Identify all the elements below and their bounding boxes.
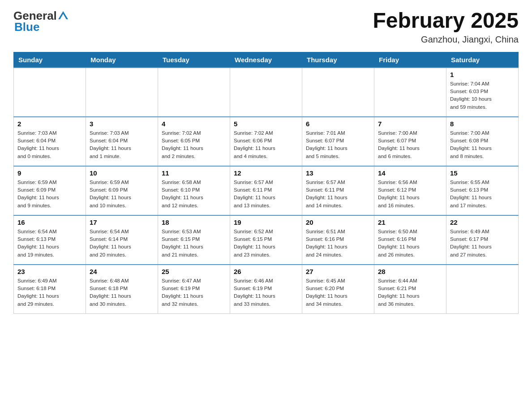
calendar-table: Sunday Monday Tuesday Wednesday Thursday…: [13, 52, 519, 314]
day-number: 26: [234, 268, 298, 275]
col-tuesday: Tuesday: [158, 52, 230, 68]
day-number: 10: [90, 169, 154, 177]
day-info: Sunrise: 7:00 AMSunset: 6:07 PMDaylight:…: [378, 129, 442, 160]
day-number: 17: [90, 218, 154, 226]
table-row: [230, 68, 302, 117]
table-row: 11Sunrise: 6:58 AMSunset: 6:10 PMDayligh…: [158, 166, 230, 215]
table-row: 1Sunrise: 7:04 AMSunset: 6:03 PMDaylight…: [446, 68, 519, 117]
day-info: Sunrise: 6:47 AMSunset: 6:19 PMDaylight:…: [162, 277, 226, 308]
day-number: 27: [306, 268, 370, 275]
title-section: February 2025 Ganzhou, Jiangxi, China: [373, 9, 519, 45]
calendar-subtitle: Ganzhou, Jiangxi, China: [373, 34, 519, 45]
day-info: Sunrise: 6:58 AMSunset: 6:10 PMDaylight:…: [162, 179, 226, 210]
logo: General Blue: [13, 9, 69, 34]
logo-triangle-icon: [57, 9, 69, 21]
day-number: 28: [378, 268, 442, 275]
col-saturday: Saturday: [446, 52, 519, 68]
day-number: 19: [234, 218, 298, 226]
day-info: Sunrise: 6:50 AMSunset: 6:16 PMDaylight:…: [378, 228, 442, 259]
day-info: Sunrise: 6:45 AMSunset: 6:20 PMDaylight:…: [306, 277, 370, 308]
table-row: 19Sunrise: 6:52 AMSunset: 6:15 PMDayligh…: [230, 215, 302, 265]
day-info: Sunrise: 7:01 AMSunset: 6:07 PMDaylight:…: [306, 129, 370, 160]
day-number: 1: [450, 71, 515, 78]
day-number: 6: [306, 120, 370, 128]
day-info: Sunrise: 7:02 AMSunset: 6:06 PMDaylight:…: [234, 129, 298, 160]
table-row: 4Sunrise: 7:02 AMSunset: 6:05 PMDaylight…: [158, 117, 230, 166]
day-info: Sunrise: 7:02 AMSunset: 6:05 PMDaylight:…: [162, 129, 226, 160]
calendar-week-row: 9Sunrise: 6:59 AMSunset: 6:09 PMDaylight…: [14, 166, 519, 215]
table-row: 24Sunrise: 6:48 AMSunset: 6:18 PMDayligh…: [86, 265, 158, 314]
day-number: 9: [17, 169, 82, 177]
calendar-week-row: 1Sunrise: 7:04 AMSunset: 6:03 PMDaylight…: [14, 68, 519, 117]
table-row: 27Sunrise: 6:45 AMSunset: 6:20 PMDayligh…: [302, 265, 374, 314]
table-row: 8Sunrise: 7:00 AMSunset: 6:08 PMDaylight…: [446, 117, 519, 166]
day-number: 2: [17, 120, 82, 128]
day-info: Sunrise: 6:55 AMSunset: 6:13 PMDaylight:…: [450, 179, 515, 210]
day-info: Sunrise: 6:54 AMSunset: 6:14 PMDaylight:…: [90, 228, 154, 259]
col-sunday: Sunday: [14, 52, 86, 68]
day-info: Sunrise: 6:57 AMSunset: 6:11 PMDaylight:…: [306, 179, 370, 210]
day-info: Sunrise: 7:03 AMSunset: 6:04 PMDaylight:…: [17, 129, 82, 160]
day-number: 5: [234, 120, 298, 128]
day-info: Sunrise: 7:04 AMSunset: 6:03 PMDaylight:…: [450, 80, 515, 111]
day-info: Sunrise: 6:51 AMSunset: 6:16 PMDaylight:…: [306, 228, 370, 259]
day-info: Sunrise: 6:52 AMSunset: 6:15 PMDaylight:…: [234, 228, 298, 259]
table-row: 18Sunrise: 6:53 AMSunset: 6:15 PMDayligh…: [158, 215, 230, 265]
day-info: Sunrise: 6:53 AMSunset: 6:15 PMDaylight:…: [162, 228, 226, 259]
day-info: Sunrise: 7:00 AMSunset: 6:08 PMDaylight:…: [450, 129, 515, 160]
table-row: 10Sunrise: 6:59 AMSunset: 6:09 PMDayligh…: [86, 166, 158, 215]
day-info: Sunrise: 6:56 AMSunset: 6:12 PMDaylight:…: [378, 179, 442, 210]
calendar-week-row: 23Sunrise: 6:49 AMSunset: 6:18 PMDayligh…: [14, 265, 519, 314]
table-row: 3Sunrise: 7:03 AMSunset: 6:04 PMDaylight…: [86, 117, 158, 166]
page-header: General Blue February 2025 Ganzhou, Jian…: [13, 9, 519, 45]
table-row: 25Sunrise: 6:47 AMSunset: 6:19 PMDayligh…: [158, 265, 230, 314]
table-row: [86, 68, 158, 117]
table-row: [14, 68, 86, 117]
table-row: 20Sunrise: 6:51 AMSunset: 6:16 PMDayligh…: [302, 215, 374, 265]
table-row: 13Sunrise: 6:57 AMSunset: 6:11 PMDayligh…: [302, 166, 374, 215]
day-number: 22: [450, 218, 515, 226]
logo-blue-text: Blue: [14, 20, 39, 34]
day-number: 11: [162, 169, 226, 177]
calendar-week-row: 2Sunrise: 7:03 AMSunset: 6:04 PMDaylight…: [14, 117, 519, 166]
table-row: 21Sunrise: 6:50 AMSunset: 6:16 PMDayligh…: [374, 215, 446, 265]
col-friday: Friday: [374, 52, 446, 68]
day-number: 12: [234, 169, 298, 177]
calendar-title: February 2025: [373, 9, 519, 33]
table-row: [158, 68, 230, 117]
day-number: 24: [90, 268, 154, 275]
day-info: Sunrise: 6:49 AMSunset: 6:18 PMDaylight:…: [17, 277, 82, 308]
day-number: 16: [17, 218, 82, 226]
table-row: [302, 68, 374, 117]
table-row: [446, 265, 519, 314]
day-info: Sunrise: 6:46 AMSunset: 6:19 PMDaylight:…: [234, 277, 298, 308]
day-info: Sunrise: 6:57 AMSunset: 6:11 PMDaylight:…: [234, 179, 298, 210]
day-number: 18: [162, 218, 226, 226]
col-thursday: Thursday: [302, 52, 374, 68]
table-row: 12Sunrise: 6:57 AMSunset: 6:11 PMDayligh…: [230, 166, 302, 215]
table-row: 7Sunrise: 7:00 AMSunset: 6:07 PMDaylight…: [374, 117, 446, 166]
day-info: Sunrise: 6:54 AMSunset: 6:13 PMDaylight:…: [17, 228, 82, 259]
day-number: 25: [162, 268, 226, 275]
table-row: 23Sunrise: 6:49 AMSunset: 6:18 PMDayligh…: [14, 265, 86, 314]
day-number: 3: [90, 120, 154, 128]
day-info: Sunrise: 6:48 AMSunset: 6:18 PMDaylight:…: [90, 277, 154, 308]
col-wednesday: Wednesday: [230, 52, 302, 68]
table-row: 17Sunrise: 6:54 AMSunset: 6:14 PMDayligh…: [86, 215, 158, 265]
day-number: 14: [378, 169, 442, 177]
table-row: 6Sunrise: 7:01 AMSunset: 6:07 PMDaylight…: [302, 117, 374, 166]
table-row: [374, 68, 446, 117]
table-row: 16Sunrise: 6:54 AMSunset: 6:13 PMDayligh…: [14, 215, 86, 265]
day-number: 8: [450, 120, 515, 128]
day-number: 7: [378, 120, 442, 128]
day-info: Sunrise: 6:44 AMSunset: 6:21 PMDaylight:…: [378, 277, 442, 308]
col-monday: Monday: [86, 52, 158, 68]
day-number: 23: [17, 268, 82, 275]
calendar-week-row: 16Sunrise: 6:54 AMSunset: 6:13 PMDayligh…: [14, 215, 519, 265]
day-number: 21: [378, 218, 442, 226]
day-info: Sunrise: 6:59 AMSunset: 6:09 PMDaylight:…: [90, 179, 154, 210]
day-info: Sunrise: 6:49 AMSunset: 6:17 PMDaylight:…: [450, 228, 515, 259]
table-row: 26Sunrise: 6:46 AMSunset: 6:19 PMDayligh…: [230, 265, 302, 314]
table-row: 9Sunrise: 6:59 AMSunset: 6:09 PMDaylight…: [14, 166, 86, 215]
calendar-header-row: Sunday Monday Tuesday Wednesday Thursday…: [14, 52, 519, 68]
